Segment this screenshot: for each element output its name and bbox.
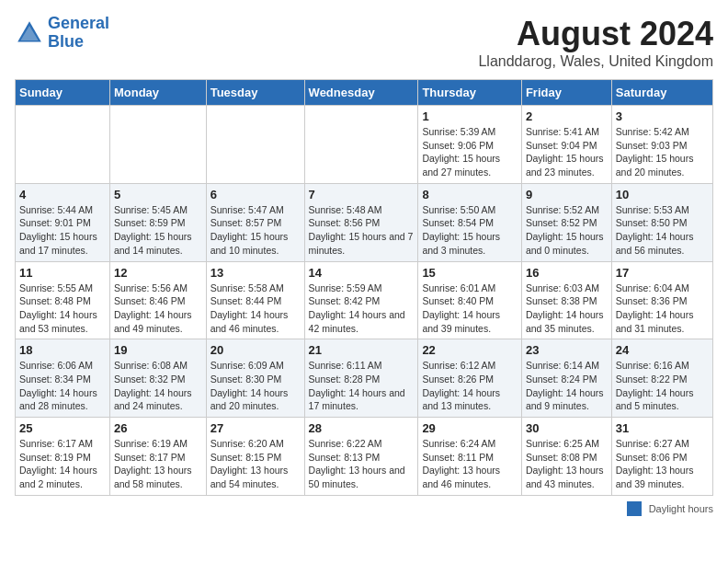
main-title: August 2024 (478, 15, 713, 53)
day-info: Sunrise: 6:17 AM Sunset: 8:19 PM Dayligh… (19, 437, 106, 491)
day-info: Sunrise: 6:16 AM Sunset: 8:22 PM Dayligh… (616, 359, 709, 413)
day-number: 30 (526, 421, 608, 435)
day-cell (109, 106, 206, 184)
day-number: 14 (309, 266, 415, 280)
day-number: 7 (309, 188, 415, 201)
day-cell: 27Sunrise: 6:20 AM Sunset: 8:15 PM Dayli… (206, 418, 304, 496)
day-number: 13 (210, 266, 301, 280)
day-cell: 23Sunrise: 6:14 AM Sunset: 8:24 PM Dayli… (521, 339, 611, 418)
day-number: 29 (422, 421, 518, 435)
day-cell: 14Sunrise: 5:59 AM Sunset: 8:42 PM Dayli… (304, 261, 418, 339)
day-number: 20 (210, 343, 301, 357)
day-cell (304, 106, 418, 184)
day-cell: 31Sunrise: 6:27 AM Sunset: 8:06 PM Dayli… (611, 418, 712, 496)
day-cell: 13Sunrise: 5:58 AM Sunset: 8:44 PM Dayli… (206, 261, 304, 339)
day-number: 22 (422, 343, 518, 357)
day-info: Sunrise: 6:25 AM Sunset: 8:08 PM Dayligh… (526, 437, 608, 491)
day-number: 23 (526, 343, 608, 357)
legend-label: Daylight hours (649, 503, 713, 514)
week-row-3: 11Sunrise: 5:55 AM Sunset: 8:48 PM Dayli… (16, 261, 713, 339)
day-cell: 18Sunrise: 6:06 AM Sunset: 8:34 PM Dayli… (16, 339, 110, 418)
day-info: Sunrise: 6:06 AM Sunset: 8:34 PM Dayligh… (19, 359, 106, 413)
week-row-5: 25Sunrise: 6:17 AM Sunset: 8:19 PM Dayli… (16, 418, 713, 496)
title-area: August 2024 Llanddarog, Wales, United Ki… (478, 15, 713, 70)
header-day-monday: Monday (109, 80, 206, 106)
day-cell: 12Sunrise: 5:56 AM Sunset: 8:46 PM Dayli… (109, 261, 206, 339)
day-cell: 9Sunrise: 5:52 AM Sunset: 8:52 PM Daylig… (521, 183, 611, 261)
day-cell: 5Sunrise: 5:45 AM Sunset: 8:59 PM Daylig… (109, 183, 206, 261)
day-info: Sunrise: 5:45 AM Sunset: 8:59 PM Dayligh… (114, 203, 202, 258)
day-number: 11 (19, 266, 106, 280)
day-cell: 30Sunrise: 6:25 AM Sunset: 8:08 PM Dayli… (521, 418, 611, 496)
footer: Daylight hours (15, 501, 713, 516)
day-cell: 24Sunrise: 6:16 AM Sunset: 8:22 PM Dayli… (611, 339, 712, 418)
day-number: 19 (114, 343, 202, 357)
header-day-thursday: Thursday (418, 80, 522, 106)
day-number: 4 (19, 188, 106, 201)
day-info: Sunrise: 6:12 AM Sunset: 8:26 PM Dayligh… (422, 359, 518, 413)
day-info: Sunrise: 6:22 AM Sunset: 8:13 PM Dayligh… (309, 437, 415, 491)
day-number: 31 (616, 421, 709, 435)
day-info: Sunrise: 6:09 AM Sunset: 8:30 PM Dayligh… (210, 359, 301, 413)
day-cell: 25Sunrise: 6:17 AM Sunset: 8:19 PM Dayli… (16, 418, 110, 496)
day-info: Sunrise: 6:08 AM Sunset: 8:32 PM Dayligh… (114, 359, 202, 413)
day-cell: 4Sunrise: 5:44 AM Sunset: 9:01 PM Daylig… (16, 183, 110, 261)
day-info: Sunrise: 5:41 AM Sunset: 9:04 PM Dayligh… (526, 125, 608, 179)
day-number: 12 (114, 266, 202, 280)
calendar-header-row: SundayMondayTuesdayWednesdayThursdayFrid… (16, 80, 713, 106)
day-cell: 8Sunrise: 5:50 AM Sunset: 8:54 PM Daylig… (418, 183, 522, 261)
logo-line1: General (48, 14, 109, 32)
day-cell: 1Sunrise: 5:39 AM Sunset: 9:06 PM Daylig… (418, 106, 522, 184)
day-info: Sunrise: 5:44 AM Sunset: 9:01 PM Dayligh… (19, 203, 106, 258)
day-info: Sunrise: 6:24 AM Sunset: 8:11 PM Dayligh… (422, 437, 518, 491)
day-info: Sunrise: 5:39 AM Sunset: 9:06 PM Dayligh… (422, 125, 518, 179)
day-cell: 21Sunrise: 6:11 AM Sunset: 8:28 PM Dayli… (304, 339, 418, 418)
day-number: 3 (616, 109, 709, 123)
day-number: 9 (526, 188, 608, 201)
day-number: 8 (422, 188, 518, 201)
day-cell: 6Sunrise: 5:47 AM Sunset: 8:57 PM Daylig… (206, 183, 304, 261)
week-row-1: 1Sunrise: 5:39 AM Sunset: 9:06 PM Daylig… (16, 106, 713, 184)
day-cell: 28Sunrise: 6:22 AM Sunset: 8:13 PM Dayli… (304, 418, 418, 496)
day-number: 26 (114, 421, 202, 435)
day-info: Sunrise: 5:55 AM Sunset: 8:48 PM Dayligh… (19, 282, 106, 336)
day-info: Sunrise: 6:14 AM Sunset: 8:24 PM Dayligh… (526, 359, 608, 413)
day-cell: 10Sunrise: 5:53 AM Sunset: 8:50 PM Dayli… (611, 183, 712, 261)
day-cell: 7Sunrise: 5:48 AM Sunset: 8:56 PM Daylig… (304, 183, 418, 261)
day-info: Sunrise: 5:52 AM Sunset: 8:52 PM Dayligh… (526, 203, 608, 258)
day-info: Sunrise: 6:11 AM Sunset: 8:28 PM Dayligh… (309, 359, 415, 413)
day-cell (16, 106, 110, 184)
day-info: Sunrise: 6:19 AM Sunset: 8:17 PM Dayligh… (114, 437, 202, 491)
subtitle: Llanddarog, Wales, United Kingdom (478, 53, 713, 70)
day-info: Sunrise: 5:53 AM Sunset: 8:50 PM Dayligh… (616, 203, 709, 258)
week-row-2: 4Sunrise: 5:44 AM Sunset: 9:01 PM Daylig… (16, 183, 713, 261)
day-cell: 2Sunrise: 5:41 AM Sunset: 9:04 PM Daylig… (521, 106, 611, 184)
day-cell: 11Sunrise: 5:55 AM Sunset: 8:48 PM Dayli… (16, 261, 110, 339)
day-info: Sunrise: 5:59 AM Sunset: 8:42 PM Dayligh… (309, 282, 415, 336)
calendar-table: SundayMondayTuesdayWednesdayThursdayFrid… (15, 79, 713, 496)
day-number: 17 (616, 266, 709, 280)
day-number: 24 (616, 343, 709, 357)
day-number: 21 (309, 343, 415, 357)
day-cell: 16Sunrise: 6:03 AM Sunset: 8:38 PM Dayli… (521, 261, 611, 339)
header-day-wednesday: Wednesday (304, 80, 418, 106)
day-cell: 29Sunrise: 6:24 AM Sunset: 8:11 PM Dayli… (418, 418, 522, 496)
day-info: Sunrise: 5:42 AM Sunset: 9:03 PM Dayligh… (616, 125, 709, 179)
day-number: 2 (526, 109, 608, 123)
header-day-friday: Friday (521, 80, 611, 106)
day-cell: 22Sunrise: 6:12 AM Sunset: 8:26 PM Dayli… (418, 339, 522, 418)
day-info: Sunrise: 5:48 AM Sunset: 8:56 PM Dayligh… (309, 203, 415, 258)
day-info: Sunrise: 6:01 AM Sunset: 8:40 PM Dayligh… (422, 282, 518, 336)
day-info: Sunrise: 5:56 AM Sunset: 8:46 PM Dayligh… (114, 282, 202, 336)
day-cell: 15Sunrise: 6:01 AM Sunset: 8:40 PM Dayli… (418, 261, 522, 339)
day-info: Sunrise: 5:58 AM Sunset: 8:44 PM Dayligh… (210, 282, 301, 336)
day-number: 28 (309, 421, 415, 435)
day-number: 6 (210, 188, 301, 201)
day-cell (206, 106, 304, 184)
day-cell: 19Sunrise: 6:08 AM Sunset: 8:32 PM Dayli… (109, 339, 206, 418)
day-number: 27 (210, 421, 301, 435)
legend-box (627, 501, 642, 516)
day-number: 15 (422, 266, 518, 280)
day-info: Sunrise: 5:47 AM Sunset: 8:57 PM Dayligh… (210, 203, 301, 258)
day-number: 25 (19, 421, 106, 435)
